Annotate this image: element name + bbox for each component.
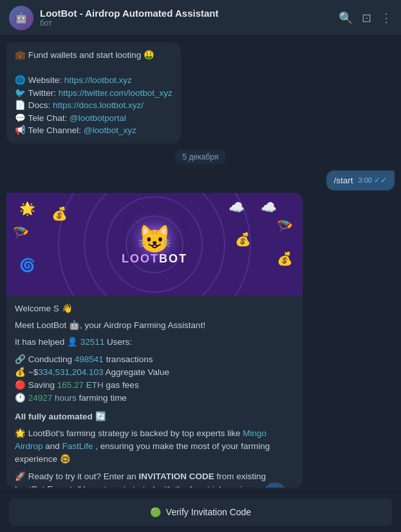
float-emoji-3: 🌀 bbox=[19, 257, 35, 273]
verify-icon: 🟢 bbox=[150, 507, 161, 517]
verify-invitation-button[interactable]: 🟢 Verify Invitation Code bbox=[9, 499, 392, 526]
float-emoji-1: 🌟 bbox=[19, 201, 35, 216]
float-emoji-6: 🪂 bbox=[277, 219, 293, 234]
float-emoji-8: 💰 bbox=[51, 206, 68, 221]
fastlife-link[interactable]: FastLife bbox=[62, 441, 93, 451]
stat-transactions: 🔗 Conducting 498541 transactions bbox=[15, 353, 294, 366]
user-count: 32511 bbox=[80, 337, 105, 347]
prev-bot-message: 💼 Fund wallets and start looting 🤑 🌐 Web… bbox=[6, 42, 181, 143]
lootbot-character: 😺 bbox=[138, 223, 171, 255]
expert-line: 🌟 LootBot's farming strategy is backed b… bbox=[15, 427, 294, 466]
welcome-line2: Meet LootBot 🤖, your Airdrop Farming Ass… bbox=[15, 319, 294, 332]
twitter-link[interactable]: https://twitter.com/lootbot_xyz bbox=[59, 88, 173, 98]
stats-list: 🔗 Conducting 498541 transactions 💰 ~$334… bbox=[15, 353, 294, 405]
docs-link[interactable]: https://docs.lootbot.xyz/ bbox=[53, 100, 144, 110]
float-emoji-4: ☁️ bbox=[261, 199, 277, 215]
website-icon: 🌐 bbox=[15, 75, 26, 85]
invitation-line: 🚀 Ready to try it out? Enter an INVITATI… bbox=[15, 470, 294, 488]
start-command: /start bbox=[334, 176, 353, 185]
telechannel-icon: 📢 bbox=[15, 125, 26, 135]
link-telechat: 💬 Tele Chat: @lootbotportal bbox=[15, 112, 173, 125]
docs-icon: 📄 bbox=[15, 100, 26, 110]
lootbot-banner: 🌟 🪂 🌀 ☁️ ☁️ 🪂 💰 💰 💰 😺 LOOTBOT bbox=[6, 193, 303, 296]
chat-messages: 💼 Fund wallets and start looting 🤑 🌐 Web… bbox=[0, 36, 401, 491]
user-start-message: /start 3:00 ✓✓ bbox=[326, 170, 395, 190]
message-time: 3:00 ✓✓ bbox=[359, 176, 387, 185]
link-telechannel: 📢 Tele Channel: @lootbot_xyz bbox=[15, 124, 173, 137]
link-twitter: 🐦 Twitter: https://twitter.com/lootbot_x… bbox=[15, 87, 173, 100]
float-emoji-9: 💰 bbox=[235, 232, 251, 247]
mingo-link[interactable]: Mingo Airdrop bbox=[15, 428, 266, 451]
welcome-line1: Welcome S 👋 bbox=[15, 302, 294, 315]
read-checkmarks: ✓✓ bbox=[374, 176, 387, 185]
website-link[interactable]: https://lootbot.xyz bbox=[64, 75, 132, 85]
telechat-icon: 💬 bbox=[15, 113, 26, 123]
twitter-icon: 🐦 bbox=[15, 88, 26, 98]
chat-title: LootBot - Airdrop Automated Assistant bbox=[40, 8, 339, 19]
menu-icon[interactable]: ⋮ bbox=[380, 11, 392, 25]
invitation-code-label: INVITATION CODE bbox=[139, 472, 214, 481]
float-emoji-2: 🪂 bbox=[13, 225, 29, 241]
lootbot-card: 🌟 🪂 🌀 ☁️ ☁️ 🪂 💰 💰 💰 😺 LOOTBOT Welcome S … bbox=[6, 193, 303, 488]
stat-aggregate: 💰 ~$334,531,204.103 Aggregate Value bbox=[15, 366, 294, 379]
bot-avatar: 🤖 bbox=[9, 6, 33, 30]
telechannel-link[interactable]: @lootbot_xyz bbox=[84, 125, 136, 135]
search-icon[interactable]: 🔍 bbox=[339, 11, 353, 25]
fund-line: 💼 Fund wallets and start looting 🤑 bbox=[15, 49, 173, 62]
forward-icon: ↩ bbox=[271, 486, 279, 488]
stat-gas: 🔴 Saving 165.27 ETH gas fees bbox=[15, 379, 294, 392]
automated-label: All fully automated 🔄 bbox=[15, 410, 294, 423]
chat-header: 🤖 LootBot - Airdrop Automated Assistant … bbox=[0, 0, 401, 36]
link-docs: 📄 Docs: https://docs.lootbot.xyz/ bbox=[15, 99, 173, 112]
verify-label: Verify Invitation Code bbox=[166, 507, 251, 517]
float-emoji-5: ☁️ bbox=[228, 199, 245, 215]
header-actions: 🔍 ⊡ ⋮ bbox=[339, 11, 392, 25]
lootbot-logo: 😺 LOOTBOT bbox=[122, 223, 187, 266]
telechat-link[interactable]: @lootbotportal bbox=[70, 113, 126, 123]
float-emoji-7: 💰 bbox=[277, 251, 293, 266]
layout-icon[interactable]: ⊡ bbox=[362, 11, 371, 25]
header-info: LootBot - Airdrop Automated Assistant бо… bbox=[40, 8, 339, 28]
link-website: 🌐 Website: https://lootbot.xyz bbox=[15, 74, 173, 87]
stat-farming-time: 🕐 24927 hours farming time bbox=[15, 392, 294, 405]
date-separator: 5 декабря bbox=[175, 150, 227, 164]
stats-intro: It has helped 👤 32511 Users: bbox=[15, 336, 294, 349]
card-content: Welcome S 👋 Meet LootBot 🤖, your Airdrop… bbox=[6, 296, 303, 488]
chat-subtitle: бот bbox=[40, 19, 339, 28]
bottom-bar: 🟢 Verify Invitation Code bbox=[0, 491, 401, 532]
